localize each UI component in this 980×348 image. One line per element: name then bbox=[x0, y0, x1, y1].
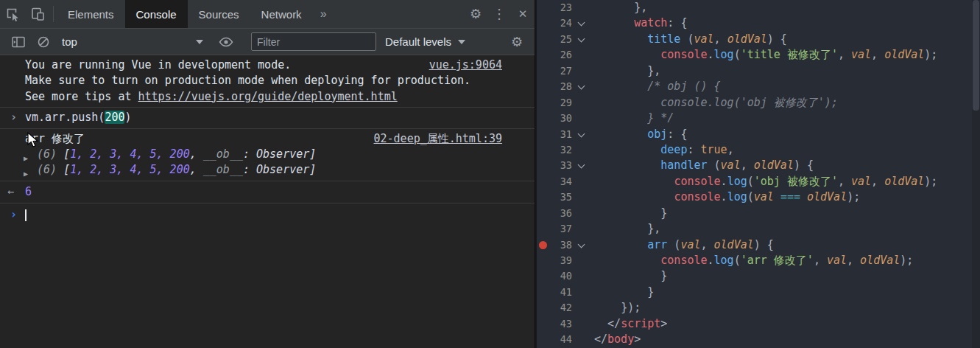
scrollbar-thumb[interactable] bbox=[973, 0, 979, 111]
line-number[interactable]: 34 bbox=[549, 174, 572, 189]
breakpoint-gutter[interactable] bbox=[537, 15, 549, 31]
log-levels-dropdown[interactable]: Default levels bbox=[385, 35, 465, 48]
code-text: console.log('obj 被修改了'); bbox=[590, 95, 838, 111]
tab-label: Elements bbox=[68, 8, 114, 21]
line-number[interactable]: 29 bbox=[549, 95, 572, 111]
line-number[interactable]: 38 bbox=[549, 237, 572, 253]
line-number[interactable]: 23 bbox=[549, 0, 572, 15]
code-line-23: 23 }, bbox=[537, 0, 980, 15]
more-tabs-chevron-icon[interactable]: » bbox=[313, 0, 334, 28]
screen: Elements Console Sources Network » ⚙ ⋮ ✕ bbox=[0, 0, 980, 348]
breakpoint-gutter[interactable] bbox=[537, 158, 549, 173]
breakpoint-gutter[interactable] bbox=[537, 206, 549, 221]
breakpoint-gutter[interactable] bbox=[537, 221, 549, 237]
breakpoint-gutter[interactable] bbox=[537, 174, 549, 189]
kebab-menu-icon[interactable]: ⋮ bbox=[487, 0, 511, 28]
tab-console[interactable]: Console bbox=[125, 0, 188, 28]
fold-chevron-icon[interactable] bbox=[572, 79, 590, 94]
device-toolbar-icon[interactable] bbox=[25, 0, 50, 28]
breakpoint-gutter[interactable] bbox=[537, 111, 549, 126]
line-number[interactable]: 28 bbox=[549, 79, 572, 94]
console-sidebar-toggle-icon[interactable] bbox=[6, 35, 31, 49]
fold-gutter bbox=[572, 95, 590, 111]
console-prompt[interactable]: › bbox=[0, 203, 535, 223]
breakpoint-gutter[interactable] bbox=[537, 300, 549, 316]
fold-chevron-icon[interactable] bbox=[572, 237, 590, 253]
breakpoint-gutter[interactable] bbox=[537, 63, 549, 79]
code-text: title (val, oldVal) { bbox=[590, 32, 787, 47]
code-text: watch: { bbox=[590, 15, 687, 31]
line-number[interactable]: 30 bbox=[549, 111, 572, 126]
clear-console-icon[interactable] bbox=[31, 35, 56, 49]
fold-chevron-icon[interactable] bbox=[572, 158, 590, 173]
fold-chevron-icon[interactable] bbox=[572, 32, 590, 47]
code-line-31: 31 obj: { bbox=[537, 127, 980, 142]
console-settings-gear-icon[interactable]: ⚙ bbox=[505, 34, 529, 50]
breakpoint-dot[interactable] bbox=[537, 237, 549, 253]
line-number[interactable]: 24 bbox=[549, 15, 572, 31]
line-number[interactable]: 44 bbox=[549, 332, 572, 347]
close-devtools-icon[interactable]: ✕ bbox=[511, 0, 535, 28]
levels-label: Default levels bbox=[385, 35, 451, 48]
fold-gutter bbox=[572, 253, 590, 268]
fold-chevron-icon[interactable] bbox=[572, 127, 590, 142]
breakpoint-gutter[interactable] bbox=[537, 0, 549, 15]
fold-gutter bbox=[572, 63, 590, 79]
breakpoint-gutter[interactable] bbox=[537, 285, 549, 300]
line-number[interactable]: 35 bbox=[549, 189, 572, 205]
line-number[interactable]: 41 bbox=[549, 285, 572, 300]
filter-input[interactable] bbox=[251, 32, 376, 51]
code-line-37: 37 }, bbox=[537, 221, 980, 237]
breakpoint-gutter[interactable] bbox=[537, 189, 549, 205]
breakpoint-gutter[interactable] bbox=[537, 95, 549, 111]
breakpoint-gutter[interactable] bbox=[537, 253, 549, 268]
frame-context-selector[interactable]: top bbox=[62, 35, 203, 48]
line-number[interactable]: 26 bbox=[549, 47, 572, 63]
code-line-33: 33 handler (val, oldVal) { bbox=[537, 158, 980, 173]
code-line-34: 34 console.log('obj 被修改了', val, oldVal); bbox=[537, 174, 980, 189]
tab-elements[interactable]: Elements bbox=[57, 0, 125, 28]
line-number[interactable]: 31 bbox=[549, 127, 572, 142]
code-line-32: 32 deep: true, bbox=[537, 142, 980, 158]
breakpoint-gutter[interactable] bbox=[537, 316, 549, 332]
breakpoint-gutter[interactable] bbox=[537, 142, 549, 158]
source-link[interactable]: 02-deep_属性.html:39 bbox=[374, 131, 503, 147]
array-preview: (6) [1, 2, 3, 4, 5, 200, __ob__: Observe… bbox=[37, 162, 316, 178]
breakpoint-gutter[interactable] bbox=[537, 79, 549, 94]
live-expression-eye-icon[interactable] bbox=[214, 37, 239, 47]
line-number[interactable]: 37 bbox=[549, 221, 572, 237]
breakpoint-gutter[interactable] bbox=[537, 127, 549, 142]
line-number[interactable]: 43 bbox=[549, 316, 572, 332]
tab-network[interactable]: Network bbox=[250, 0, 313, 28]
console-text: Make sure to turn on production mode whe… bbox=[25, 73, 470, 88]
settings-gear-icon[interactable]: ⚙ bbox=[464, 0, 487, 28]
code-line-42: 42 }); bbox=[537, 300, 980, 316]
line-number[interactable]: 27 bbox=[549, 63, 572, 79]
command-suffix: ) bbox=[124, 111, 131, 124]
breakpoint-gutter[interactable] bbox=[537, 47, 549, 63]
line-number[interactable]: 40 bbox=[549, 268, 572, 284]
fold-gutter bbox=[572, 189, 590, 205]
editor-scrollbar[interactable] bbox=[972, 0, 980, 348]
context-value: top bbox=[62, 35, 77, 48]
line-number[interactable]: 33 bbox=[549, 158, 572, 173]
chevron-down-icon bbox=[458, 40, 465, 44]
expand-triangle-icon[interactable]: ▶ bbox=[24, 166, 28, 181]
breakpoint-gutter[interactable] bbox=[537, 268, 549, 284]
line-number[interactable]: 39 bbox=[549, 253, 572, 268]
tab-sources[interactable]: Sources bbox=[188, 0, 250, 28]
breakpoint-gutter[interactable] bbox=[537, 332, 549, 347]
tab-label: Sources bbox=[199, 8, 239, 21]
line-number[interactable]: 36 bbox=[549, 206, 572, 221]
code-text: deep: true, bbox=[590, 142, 734, 158]
fold-chevron-icon[interactable] bbox=[572, 15, 590, 31]
code-line-38: 38 arr (val, oldVal) { bbox=[537, 237, 980, 253]
inspect-element-icon[interactable] bbox=[0, 0, 25, 28]
line-number[interactable]: 25 bbox=[549, 32, 572, 47]
breakpoint-gutter[interactable] bbox=[537, 32, 549, 47]
line-number[interactable]: 32 bbox=[549, 142, 572, 158]
fold-gutter bbox=[572, 0, 590, 15]
source-link[interactable]: vue.js:9064 bbox=[429, 58, 502, 73]
deployment-guide-link[interactable]: https://vuejs.org/guide/deployment.html bbox=[138, 90, 398, 103]
line-number[interactable]: 42 bbox=[549, 300, 572, 316]
